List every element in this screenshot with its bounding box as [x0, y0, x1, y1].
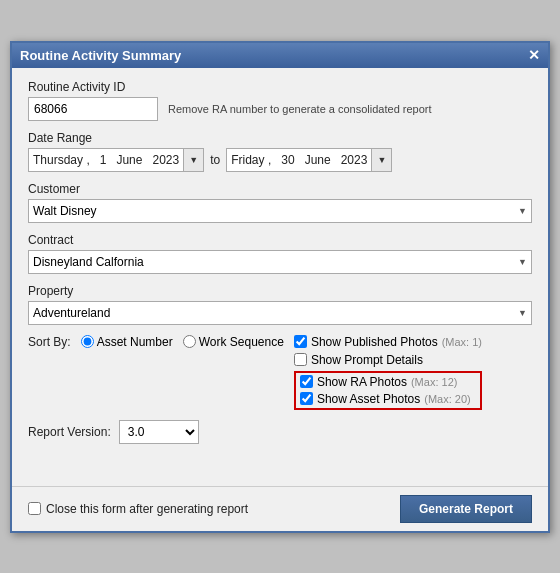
checkbox-show-asset-photos-label: Show Asset Photos [317, 392, 420, 406]
generate-report-button[interactable]: Generate Report [400, 495, 532, 523]
date-from-text: Thursday , 1 June 2023 [29, 148, 183, 172]
customer-select[interactable]: Walt Disney [28, 199, 532, 223]
routine-activity-id-group: Routine Activity ID Remove RA number to … [28, 80, 532, 121]
contract-group: Contract Disneyland Calfornia [28, 233, 532, 274]
radio-asset-number-input[interactable] [81, 335, 94, 348]
sort-by-label: Sort By: [28, 335, 71, 349]
checkbox-show-published-photos[interactable]: Show Published Photos (Max: 1) [294, 335, 482, 349]
customer-group: Customer Walt Disney [28, 182, 532, 223]
routine-activity-id-input[interactable] [28, 97, 158, 121]
checkbox-show-prompt-details-input[interactable] [294, 353, 307, 366]
checkbox-options: Show Published Photos (Max: 1) Show Prom… [294, 335, 482, 410]
property-group: Property Adventureland [28, 284, 532, 325]
checkbox-show-published-photos-max: (Max: 1) [442, 336, 482, 348]
date-range-group: Date Range Thursday , 1 June 2023 ▼ [28, 131, 532, 172]
sort-options-row: Sort By: Asset Number Work Sequence [28, 335, 532, 410]
radio-work-sequence-label: Work Sequence [199, 335, 284, 349]
checkbox-show-ra-photos-input[interactable] [300, 375, 313, 388]
date-from-picker-icon[interactable]: ▼ [183, 149, 203, 171]
checkbox-show-asset-photos[interactable]: Show Asset Photos (Max: 20) [300, 392, 476, 406]
checkbox-show-ra-photos-label: Show RA Photos [317, 375, 407, 389]
ra-id-row: Remove RA number to generate a consolida… [28, 97, 532, 121]
radio-work-sequence-input[interactable] [183, 335, 196, 348]
routine-activity-id-label: Routine Activity ID [28, 80, 532, 94]
report-version-select[interactable]: 1.0 2.0 3.0 4.0 [119, 420, 199, 444]
property-select[interactable]: Adventureland [28, 301, 532, 325]
routine-activity-summary-dialog: Routine Activity Summary ✕ Routine Activ… [10, 41, 550, 533]
contract-select-wrapper: Disneyland Calfornia [28, 250, 532, 274]
date-from-input[interactable]: Thursday , 1 June 2023 ▼ [28, 148, 204, 172]
report-version-row: Report Version: 1.0 2.0 3.0 4.0 [28, 420, 532, 444]
radio-asset-number[interactable]: Asset Number [81, 335, 173, 349]
radio-group: Asset Number Work Sequence [81, 335, 284, 349]
checkbox-show-asset-photos-max: (Max: 20) [424, 393, 470, 405]
report-version-label: Report Version: [28, 425, 111, 439]
checkbox-show-asset-photos-input[interactable] [300, 392, 313, 405]
property-select-wrapper: Adventureland [28, 301, 532, 325]
date-to-text: Friday , 30 June 2023 [227, 148, 371, 172]
dialog-body: Routine Activity ID Remove RA number to … [12, 68, 548, 486]
date-to-picker-icon[interactable]: ▼ [371, 149, 391, 171]
checkbox-show-ra-photos[interactable]: Show RA Photos (Max: 12) [300, 375, 476, 389]
contract-select[interactable]: Disneyland Calfornia [28, 250, 532, 274]
checkbox-show-prompt-details-label: Show Prompt Details [311, 353, 423, 367]
date-range-row: Thursday , 1 June 2023 ▼ to Friday [28, 148, 532, 172]
dialog-footer: Close this form after generating report … [12, 486, 548, 531]
close-icon[interactable]: ✕ [528, 48, 540, 62]
property-label: Property [28, 284, 532, 298]
dialog-title: Routine Activity Summary [20, 48, 181, 63]
ra-hint: Remove RA number to generate a consolida… [168, 103, 432, 115]
radio-asset-number-label: Asset Number [97, 335, 173, 349]
close-form-row[interactable]: Close this form after generating report [28, 502, 248, 516]
close-form-checkbox[interactable] [28, 502, 41, 515]
close-form-label: Close this form after generating report [46, 502, 248, 516]
checkbox-show-ra-photos-max: (Max: 12) [411, 376, 457, 388]
customer-select-wrapper: Walt Disney [28, 199, 532, 223]
radio-work-sequence[interactable]: Work Sequence [183, 335, 284, 349]
date-range-to-label: to [210, 153, 220, 167]
date-to-input[interactable]: Friday , 30 June 2023 ▼ [226, 148, 392, 172]
customer-label: Customer [28, 182, 532, 196]
checkbox-show-published-photos-label: Show Published Photos [311, 335, 438, 349]
sort-by-section: Sort By: Asset Number Work Sequence [28, 335, 284, 349]
highlighted-checkboxes-box: Show RA Photos (Max: 12) Show Asset Phot… [294, 371, 482, 410]
checkbox-show-prompt-details[interactable]: Show Prompt Details [294, 353, 482, 367]
date-range-label: Date Range [28, 131, 532, 145]
title-bar: Routine Activity Summary ✕ [12, 43, 548, 68]
contract-label: Contract [28, 233, 532, 247]
checkbox-show-published-photos-input[interactable] [294, 335, 307, 348]
